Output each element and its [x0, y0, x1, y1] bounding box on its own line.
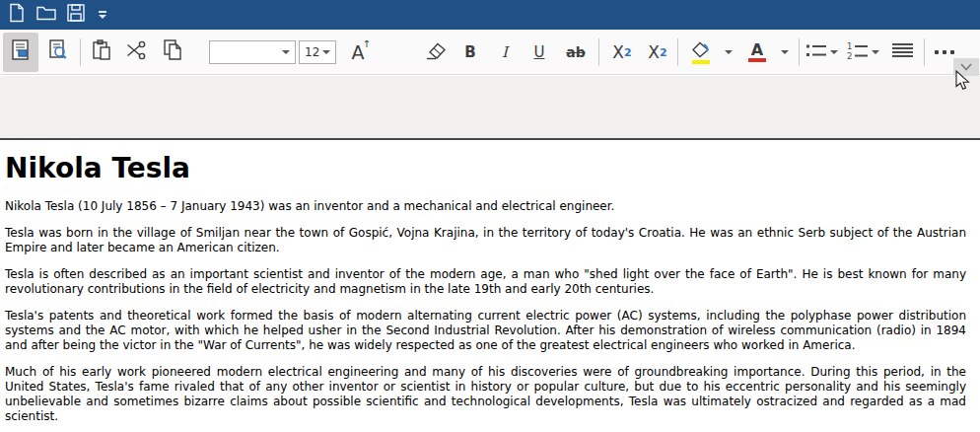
superscript-label: X: [648, 42, 660, 62]
font-size-combobox[interactable]: 12: [299, 40, 336, 64]
mouse-cursor: [955, 70, 970, 91]
chevron-down-icon: [725, 50, 733, 54]
file-toolbar: [0, 0, 980, 30]
page-view-icon: [10, 38, 32, 66]
font-name-combobox[interactable]: [209, 40, 296, 64]
toolbar-separator: [924, 38, 925, 66]
highlight-color-dropdown[interactable]: [721, 33, 736, 72]
toolbar-separator: [677, 38, 678, 66]
grow-font-button[interactable]: A: [341, 33, 375, 72]
document-heading: Nikola Tesla: [5, 154, 966, 183]
font-color-button[interactable]: A: [740, 33, 774, 72]
paragraph: Much of his early work pioneered modern …: [5, 365, 966, 424]
new-document-icon: [7, 3, 27, 27]
arrow-up-icon: [363, 38, 371, 49]
subscript-label: X: [612, 42, 624, 62]
justify-button[interactable]: [887, 33, 919, 72]
numbered-list-button[interactable]: 12: [844, 33, 881, 72]
cut-icon: [125, 39, 148, 65]
italic-label: I: [502, 43, 508, 61]
document-margin-area: [0, 76, 980, 138]
subscript-mark: 2: [624, 46, 632, 59]
paragraph: Tesla is often described as an important…: [5, 267, 966, 297]
subscript-button[interactable]: X2: [605, 33, 639, 72]
paragraph: Tesla's patents and theoretical work for…: [5, 309, 966, 353]
formatting-toolbar: 12 A A B I U ab X2: [0, 30, 980, 75]
new-document-button[interactable]: [4, 2, 30, 28]
cut-button[interactable]: [119, 33, 153, 72]
highlight-color-button[interactable]: [684, 33, 718, 72]
toolbar-overflow-button[interactable]: [99, 11, 106, 19]
bold-button[interactable]: B: [455, 33, 486, 72]
copy-button[interactable]: [156, 33, 189, 72]
chevron-down-icon: [872, 50, 879, 54]
document-editor[interactable]: Nikola Tesla Nikola Tesla (10 July 1856 …: [0, 140, 980, 432]
numbered-list-icon: 12: [847, 41, 869, 64]
text-editor-window: 12 A A B I U ab X2: [0, 0, 980, 432]
open-file-button[interactable]: [34, 2, 59, 28]
bullet-list-button[interactable]: [803, 33, 840, 72]
bold-label: B: [464, 43, 475, 61]
paste-button[interactable]: [86, 33, 117, 72]
more-options-icon: [935, 50, 954, 54]
chevron-down-icon: [781, 50, 789, 54]
paragraph: Nikola Tesla (10 July 1856 – 7 January 1…: [5, 199, 966, 214]
copy-icon: [162, 38, 184, 66]
chevron-down-icon: [830, 50, 838, 54]
chevron-down-icon: [99, 15, 106, 19]
font-size-value: 12: [300, 45, 322, 59]
save-button[interactable]: [63, 2, 89, 28]
underline-label: U: [534, 43, 545, 61]
toolbar-separator: [80, 38, 81, 66]
paragraph: Tesla was born in the village of Smiljan…: [5, 226, 966, 255]
chevron-down-icon: [322, 50, 330, 54]
italic-button[interactable]: I: [489, 33, 521, 72]
toolbar-overflow-icon: [99, 11, 106, 13]
clear-formatting-icon: [425, 39, 448, 66]
strikethrough-label: ab: [566, 44, 585, 60]
page-view-button[interactable]: [3, 33, 38, 72]
font-color-dropdown[interactable]: [777, 33, 793, 72]
justify-icon: [892, 42, 914, 62]
paste-icon: [91, 38, 112, 66]
underline-button[interactable]: U: [523, 33, 556, 72]
save-icon: [66, 3, 86, 27]
font-color-icon: A: [748, 43, 766, 62]
toolbar-separator: [799, 38, 800, 66]
print-preview-button[interactable]: [40, 33, 76, 72]
strikethrough-button[interactable]: ab: [558, 33, 594, 72]
superscript-button[interactable]: X2: [641, 33, 674, 72]
print-preview-icon: [47, 38, 70, 66]
chevron-down-icon: [282, 50, 290, 54]
svg-text:2: 2: [847, 51, 852, 60]
svg-text:1: 1: [847, 41, 852, 51]
superscript-mark: 2: [660, 46, 667, 59]
clear-formatting-button[interactable]: [418, 33, 454, 72]
font-color-label: A: [751, 43, 763, 57]
open-folder-icon: [35, 3, 57, 27]
highlight-color-icon: [690, 41, 712, 64]
bullet-list-icon: [805, 41, 827, 63]
toolbar-separator: [598, 38, 599, 66]
